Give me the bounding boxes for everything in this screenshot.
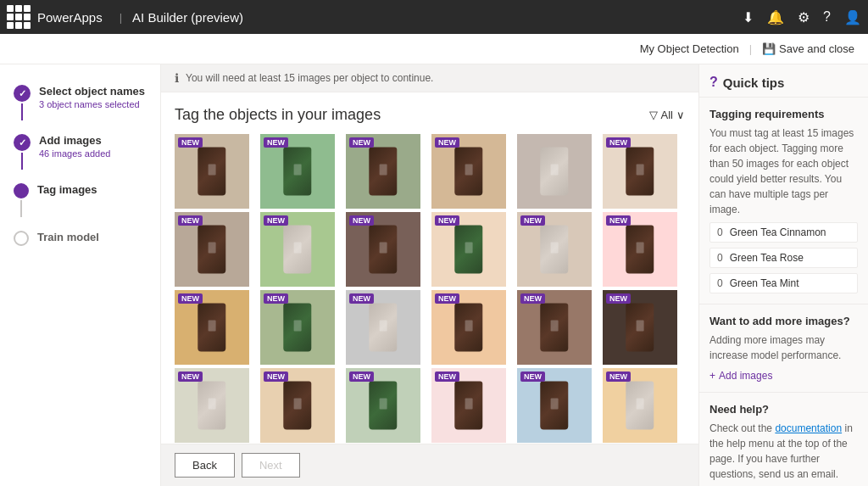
image-cell[interactable]: NEW: [346, 134, 420, 209]
question-icon: ?: [709, 75, 718, 90]
image-cell[interactable]: NEW: [603, 290, 677, 365]
content-area: ℹ You will need at least 15 images per o…: [161, 64, 698, 486]
model-name: My Object Detection: [640, 42, 739, 55]
image-cell[interactable]: NEW: [517, 368, 592, 443]
help-text: Check out the documentation in the help …: [709, 421, 858, 482]
user-icon[interactable]: 👤: [844, 9, 861, 25]
content-header: Tag the objects in your images ▽ All ∨: [175, 106, 685, 124]
sidebar-step-train-model[interactable]: Train model: [0, 224, 160, 253]
subtitlebar: My Object Detection | 💾 Save and close: [0, 34, 868, 64]
image-cell[interactable]: NEW: [175, 212, 249, 287]
tagging-section: Tagging requirements You must tag at lea…: [699, 98, 868, 304]
image-cell[interactable]: NEW: [517, 290, 592, 365]
image-cell[interactable]: NEW: [260, 290, 335, 365]
image-cell[interactable]: NEW: [431, 368, 506, 443]
info-icon: ℹ: [175, 71, 179, 85]
image-cell[interactable]: NEW: [175, 368, 249, 443]
help-icon[interactable]: ?: [823, 9, 831, 25]
sidebar-step-select-objects[interactable]: ✓ Select object names 3 object names sel…: [0, 78, 160, 127]
step-line-1: [21, 103, 23, 120]
panel-title: Quick tips: [723, 75, 785, 90]
tag-item-cinnamon[interactable]: 0 Green Tea Cinnamon: [709, 222, 858, 243]
step-circle-2: ✓: [14, 134, 31, 151]
save-close-button[interactable]: 💾 Save and close: [762, 42, 854, 55]
save-icon: 💾: [762, 42, 776, 55]
sidebar: ✓ Select object names 3 object names sel…: [0, 64, 161, 486]
step-line-3: [20, 200, 22, 217]
step-4-title: Train model: [37, 231, 147, 243]
image-cell[interactable]: NEW: [260, 368, 335, 443]
help-title: Need help?: [709, 403, 858, 416]
sidebar-step-add-images[interactable]: ✓ Add images 46 images added: [0, 127, 160, 176]
bottom-bar: Back Next: [161, 444, 698, 486]
filter-icon: ▽: [649, 109, 658, 121]
info-bar: ℹ You will need at least 15 images per o…: [161, 64, 698, 92]
step-circle-4: [14, 231, 29, 246]
tagging-text: You must tag at least 15 images for each…: [709, 126, 858, 217]
step-2-title: Add images: [39, 134, 147, 147]
step-circle-1: ✓: [14, 85, 31, 102]
image-cell[interactable]: NEW: [517, 212, 592, 287]
image-grid: NEWNEWNEWNEWNEWNEWNEWNEWNEWNEWNEWNEWNEWN…: [175, 134, 685, 444]
chevron-down-icon: ∨: [676, 109, 685, 121]
step-1-title: Select object names: [39, 85, 147, 98]
step-3-title: Tag images: [37, 183, 147, 196]
image-cell[interactable]: [517, 134, 592, 209]
step-circle-3: [14, 183, 29, 198]
tag-item-rose[interactable]: 0 Green Tea Rose: [709, 248, 858, 268]
image-cell[interactable]: NEW: [260, 134, 335, 209]
add-images-title: Want to add more images?: [709, 315, 858, 327]
builder-name: AI Builder (preview): [132, 10, 243, 25]
add-images-link[interactable]: + Add images: [709, 370, 858, 382]
image-cell[interactable]: NEW: [175, 290, 249, 365]
image-cell[interactable]: NEW: [346, 212, 420, 287]
image-cell[interactable]: NEW: [431, 212, 506, 287]
image-cell[interactable]: NEW: [260, 212, 335, 287]
step-2-subtitle: 46 images added: [39, 148, 147, 159]
panel-header: ? Quick tips: [699, 64, 868, 98]
tagging-title: Tagging requirements: [709, 108, 858, 120]
sidebar-step-tag-images[interactable]: Tag images: [0, 176, 160, 224]
info-message: You will need at least 15 images per obj…: [186, 72, 433, 84]
image-cell[interactable]: NEW: [346, 290, 420, 365]
page-title: Tag the objects in your images: [175, 106, 381, 124]
step-line-2: [21, 153, 23, 170]
content-scroll: Tag the objects in your images ▽ All ∨ N…: [161, 92, 698, 444]
image-cell[interactable]: NEW: [603, 134, 677, 209]
back-button[interactable]: Back: [175, 453, 235, 478]
add-images-section: Want to add more images? Adding more ima…: [699, 304, 868, 393]
bell-icon[interactable]: 🔔: [767, 9, 784, 25]
documentation-link[interactable]: documentation: [775, 422, 842, 434]
settings-icon[interactable]: ⚙: [798, 9, 810, 25]
filter-button[interactable]: ▽ All ∨: [649, 109, 685, 121]
download-icon[interactable]: ⬇: [743, 9, 754, 25]
app-name: PowerApps: [37, 10, 103, 25]
tag-item-mint[interactable]: 0 Green Tea Mint: [709, 273, 858, 293]
image-cell[interactable]: NEW: [603, 368, 677, 443]
right-panel: ? Quick tips Tagging requirements You mu…: [698, 64, 868, 486]
app-grid-icon[interactable]: [7, 5, 31, 29]
plus-icon: +: [709, 370, 715, 382]
image-cell[interactable]: NEW: [346, 368, 420, 443]
image-cell[interactable]: NEW: [431, 290, 506, 365]
topbar: PowerApps | AI Builder (preview) ⬇ 🔔 ⚙ ?…: [0, 0, 868, 34]
main-layout: ✓ Select object names 3 object names sel…: [0, 64, 868, 486]
step-1-subtitle: 3 object names selected: [39, 99, 147, 109]
next-button[interactable]: Next: [242, 453, 300, 478]
image-cell[interactable]: NEW: [603, 212, 677, 287]
add-images-text: Adding more images may increase model pe…: [709, 332, 858, 363]
help-section: Need help? Check out the documentation i…: [699, 393, 868, 486]
image-cell[interactable]: NEW: [175, 134, 249, 209]
image-cell[interactable]: NEW: [431, 134, 506, 209]
